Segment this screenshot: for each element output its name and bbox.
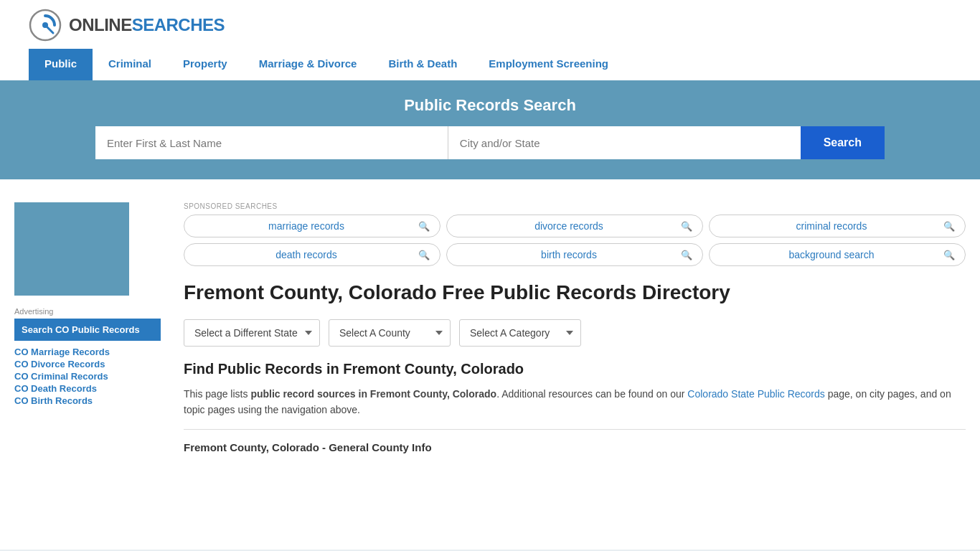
sponsored-grid: marriage records 🔍 divorce records 🔍 cri… — [184, 215, 966, 266]
search-icon-background: 🔍 — [943, 250, 955, 260]
page-heading: Fremont County, Colorado Free Public Rec… — [184, 281, 966, 305]
sponsored-text-death: death records — [194, 249, 418, 260]
sponsored-text-background: background search — [720, 249, 943, 260]
sidebar: Advertising Search CO Public Records CO … — [14, 191, 172, 550]
hero-title: Public Records Search — [29, 96, 951, 115]
nav-item-criminal[interactable]: Criminal — [93, 49, 167, 80]
sidebar-link-death[interactable]: CO Death Records — [14, 383, 161, 394]
state-dropdown[interactable]: Select a Different State — [184, 319, 320, 347]
sidebar-link-birth[interactable]: CO Birth Records — [14, 395, 161, 406]
state-map-image — [14, 202, 129, 296]
search-icon-criminal: 🔍 — [943, 221, 955, 232]
category-dropdown[interactable]: Select A Category — [459, 319, 581, 347]
sponsored-text-divorce: divorce records — [457, 220, 681, 232]
sponsored-pill-birth[interactable]: birth records 🔍 — [446, 243, 703, 266]
sponsored-pill-divorce[interactable]: divorce records 🔍 — [446, 215, 703, 237]
sponsored-pill-marriage[interactable]: marriage records 🔍 — [184, 215, 440, 237]
nav-item-public[interactable]: Public — [29, 49, 93, 80]
sponsored-text-criminal: criminal records — [720, 220, 943, 232]
find-desc-after-bold: . Additional resources can be found on o… — [496, 388, 687, 400]
location-input[interactable] — [448, 126, 801, 159]
sidebar-link-criminal[interactable]: CO Criminal Records — [14, 371, 161, 382]
sponsored-pill-death[interactable]: death records 🔍 — [184, 243, 440, 266]
svg-line-2 — [47, 27, 53, 33]
search-button[interactable]: Search — [801, 126, 885, 159]
co-state-records-link[interactable]: Colorado State Public Records — [687, 388, 824, 400]
main-content: SPONSORED SEARCHES marriage records 🔍 di… — [172, 191, 966, 550]
sponsored-text-marriage: marriage records — [194, 220, 418, 232]
county-info-heading: Fremont County, Colorado - General Count… — [184, 441, 966, 453]
advertising-label: Advertising — [14, 307, 161, 316]
sidebar-ad-box[interactable]: Search CO Public Records — [14, 319, 161, 341]
sponsored-text-birth: birth records — [457, 249, 681, 260]
sponsored-label: SPONSORED SEARCHES — [184, 202, 966, 210]
nav-item-birth[interactable]: Birth & Death — [372, 49, 473, 80]
sidebar-link-divorce[interactable]: CO Divorce Records — [14, 359, 161, 369]
search-icon-death: 🔍 — [418, 250, 430, 260]
sidebar-link-marriage[interactable]: CO Marriage Records — [14, 347, 161, 357]
find-desc-before: This page lists — [184, 388, 250, 400]
logo-icon — [29, 9, 62, 42]
find-heading: Find Public Records in Fremont County, C… — [184, 361, 966, 377]
sponsored-pill-background[interactable]: background search 🔍 — [709, 243, 966, 266]
dropdowns-row: Select a Different State Select A County… — [184, 319, 966, 347]
search-icon-divorce: 🔍 — [681, 221, 692, 232]
section-divider — [184, 429, 966, 430]
nav-item-marriage[interactable]: Marriage & Divorce — [243, 49, 373, 80]
search-icon-birth: 🔍 — [681, 250, 692, 260]
main-nav: Public Criminal Property Marriage & Divo… — [29, 49, 951, 80]
name-input[interactable] — [95, 126, 448, 159]
site-logo: ONLINESEARCHES — [69, 15, 225, 35]
find-desc-bold: public record sources in Fremont County,… — [250, 388, 496, 400]
find-description: This page lists public record sources in… — [184, 386, 966, 418]
search-bar: Search — [95, 126, 885, 159]
nav-item-employment[interactable]: Employment Screening — [473, 49, 624, 80]
county-dropdown[interactable]: Select A County — [329, 319, 451, 347]
search-icon-marriage: 🔍 — [418, 221, 430, 232]
nav-item-property[interactable]: Property — [167, 49, 243, 80]
sponsored-pill-criminal[interactable]: criminal records 🔍 — [709, 215, 966, 237]
hero-banner: Public Records Search Search — [0, 80, 980, 179]
